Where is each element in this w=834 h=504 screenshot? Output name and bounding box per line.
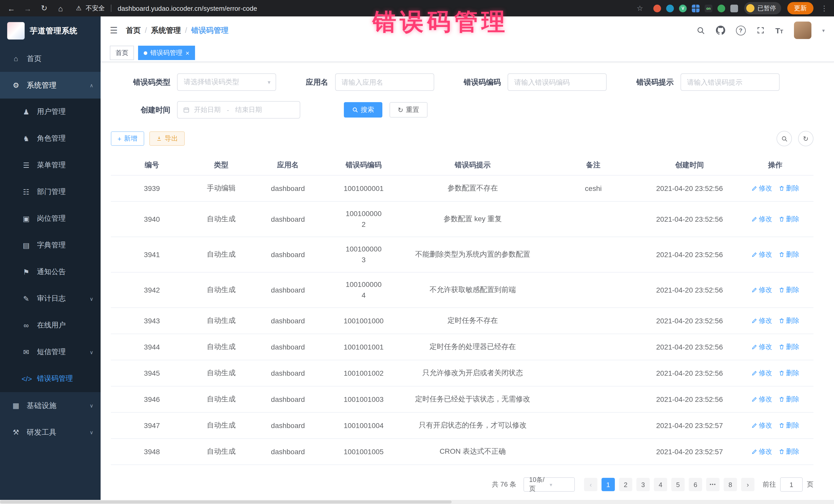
sidebar-item-dept[interactable]: ☷ 部门管理 [0,179,101,205]
table-row-3941: 3941 自动生成 dashboard 100100000 3 不能删除类型为系… [111,237,813,272]
edit-link[interactable]: 修改 [751,369,772,378]
delete-link[interactable]: 删除 [778,184,799,193]
edit-link[interactable]: 修改 [751,250,772,259]
extension-icon-grid[interactable] [692,4,700,12]
home-icon[interactable]: ⌂ [56,4,66,13]
sidebar-item-user[interactable]: ♟ 用户管理 [0,98,101,125]
address-bar[interactable]: ⚠ 不安全 dashboard.yudao.iocoder.cn/system/… [72,4,647,13]
tab-home[interactable]: 首页 [110,46,134,60]
extension-icon-on[interactable]: on [705,4,712,12]
pager-page-1[interactable]: 1 [601,478,615,491]
breadcrumb-item[interactable]: 系统管理 [151,25,191,35]
delete-link[interactable]: 删除 [778,215,799,224]
sidebar-item-sms[interactable]: ✉ 短信管理 ∨ [0,339,101,366]
edit-link[interactable]: 修改 [751,421,772,430]
pager-page-4[interactable]: 4 [654,478,667,491]
edit-link[interactable]: 修改 [751,447,772,456]
extension-icon-vue[interactable]: V [679,4,687,12]
export-button[interactable]: 导出 [149,131,184,146]
prev-page-button[interactable]: ‹ [584,478,597,491]
cell-code: 1001001001 [326,334,401,360]
date-start-placeholder[interactable]: 开始日期 [194,105,221,114]
reload-icon[interactable]: ↻ [39,4,49,13]
search-button[interactable]: 搜索 [344,102,382,117]
sidebar-item-infra[interactable]: ▦ 基础设施 ∨ [0,392,101,419]
bookmark-star-icon[interactable]: ☆ [637,4,643,12]
edit-link[interactable]: 修改 [751,184,772,193]
edit-link[interactable]: 修改 [751,316,772,325]
edit-link[interactable]: 修改 [751,395,772,404]
sidebar-item-audit-log[interactable]: ✎ 审计日志 ∨ [0,285,101,312]
delete-link[interactable]: 删除 [778,250,799,259]
pager-page-6[interactable]: 6 [689,478,702,491]
sidebar-toggle-icon[interactable]: ☰ [110,25,118,36]
browser-menu-icon[interactable]: ⋮ [821,4,828,12]
profile-paused-chip[interactable]: 已暂停 [744,2,781,14]
horizontal-scrollbar[interactable] [0,500,834,504]
trash-icon [778,251,785,258]
error-code-input[interactable] [508,73,607,91]
extensions-puzzle-icon[interactable] [730,4,738,12]
edit-link[interactable]: 修改 [751,215,772,224]
sidebar-item-dict[interactable]: ▤ 字典管理 [0,232,101,259]
pager-page-5[interactable]: 5 [671,478,685,491]
delete-link[interactable]: 删除 [778,342,799,352]
user-avatar[interactable] [794,22,811,39]
help-icon[interactable]: ? [736,25,745,35]
extension-icon-red[interactable] [653,4,661,12]
pager-page-2[interactable]: 2 [619,478,632,491]
cell-code: 1001001002 [326,360,401,386]
scrollbar-thumb[interactable] [0,500,452,503]
back-icon[interactable]: ← [6,4,17,13]
cell-type: 自动生成 [193,272,249,307]
page-size-select[interactable]: 10条/页 ▾ [524,477,575,492]
tab-close-icon[interactable]: × [185,49,190,56]
toggle-search-button[interactable] [776,131,792,146]
browser-update-button[interactable]: 更新 [787,2,813,14]
sidebar-item-system[interactable]: ⚙ 系统管理 ∧ [0,72,101,98]
extension-icon-teal[interactable] [666,4,674,12]
pager-page-3[interactable]: 3 [636,478,650,491]
breadcrumb-item[interactable]: 首页 [126,25,151,35]
search-icon[interactable] [696,26,705,35]
cell-memo [545,272,642,307]
sidebar-item-home[interactable]: ⌂ 首页 [0,45,101,72]
delete-link[interactable]: 删除 [778,316,799,325]
forward-icon[interactable]: → [23,4,33,13]
sidebar-item-error-code[interactable]: </> 错误码管理 [0,366,101,392]
delete-link[interactable]: 删除 [778,369,799,378]
sidebar-item-online-user[interactable]: ∞ 在线用户 [0,312,101,339]
avatar-caret-icon[interactable]: ▾ [822,27,825,33]
delete-link[interactable]: 删除 [778,285,799,294]
reset-button[interactable]: ↻ 重置 [390,102,427,117]
next-page-button[interactable]: › [741,478,754,491]
delete-link[interactable]: 删除 [778,447,799,456]
date-end-placeholder[interactable]: 结束日期 [235,105,262,114]
delete-link[interactable]: 删除 [778,395,799,404]
url-text[interactable]: dashboard.yudao.iocoder.cn/system/error-… [118,4,257,12]
sidebar-item-post[interactable]: ▣ 岗位管理 [0,205,101,232]
sidebar-item-role[interactable]: ♞ 角色管理 [0,125,101,152]
tab-error-code[interactable]: 错误码管理 × [138,46,195,60]
fullscreen-icon[interactable] [756,26,765,35]
goto-page-input[interactable] [780,477,803,492]
sidebar-item-notice[interactable]: ⚑ 通知公告 [0,259,101,285]
breadcrumb-item[interactable]: 错误码管理 [191,25,228,35]
sidebar-item-menu[interactable]: ☰ 菜单管理 [0,152,101,179]
edit-link[interactable]: 修改 [751,285,772,294]
error-type-select[interactable]: 请选择错误码类型 ▾ [177,73,276,91]
pager-page-8[interactable]: 8 [724,478,737,491]
date-range-picker[interactable]: 开始日期 - 结束日期 [177,101,300,118]
edit-link[interactable]: 修改 [751,342,772,352]
extension-icon-green[interactable] [718,4,725,12]
sidebar-item-dev-tools[interactable]: ⚒ 研发工具 ∨ [0,419,101,445]
github-icon[interactable] [716,26,725,35]
delete-link[interactable]: 删除 [778,421,799,430]
add-button[interactable]: + 新增 [111,131,144,146]
pager-page-ellipsis[interactable]: ••• [706,478,720,491]
font-size-icon[interactable]: TT [775,26,783,35]
cell-memo [545,202,642,237]
error-hint-input[interactable] [680,73,780,91]
app-name-input[interactable] [335,73,434,91]
refresh-table-button[interactable]: ↻ [798,131,813,146]
